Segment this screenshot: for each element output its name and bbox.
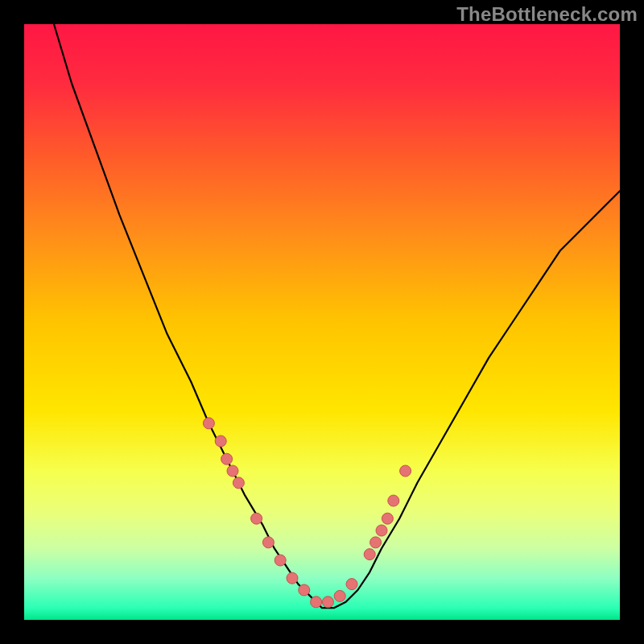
- gradient-background: [24, 24, 620, 620]
- data-dot: [287, 572, 298, 584]
- chart-container: TheBottleneck.com: [0, 0, 644, 644]
- data-dot: [382, 513, 393, 524]
- data-dot: [334, 590, 345, 601]
- data-dot: [346, 579, 357, 590]
- data-dot: [227, 465, 238, 477]
- plot-area: [24, 24, 620, 620]
- data-dot: [322, 597, 333, 608]
- data-dot: [275, 555, 286, 566]
- data-dot: [400, 465, 411, 477]
- data-dot: [364, 549, 375, 560]
- data-dot: [203, 418, 214, 429]
- data-dot: [251, 513, 262, 524]
- data-dot: [299, 584, 310, 596]
- data-dot: [311, 597, 322, 608]
- chart-svg: [24, 24, 620, 620]
- watermark-text: TheBottleneck.com: [456, 3, 638, 26]
- data-dot: [233, 477, 244, 489]
- data-dot: [221, 453, 233, 464]
- data-dot: [376, 525, 387, 536]
- data-dot: [262, 537, 274, 548]
- data-dot: [370, 537, 382, 548]
- data-dot: [215, 436, 226, 447]
- data-dot: [388, 495, 399, 506]
